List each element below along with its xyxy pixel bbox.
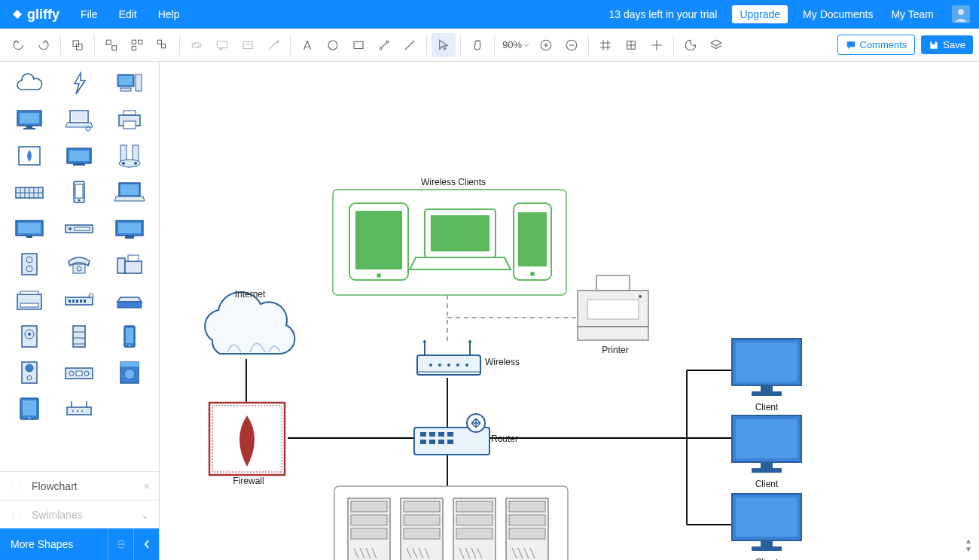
shape-lightning[interactable]	[59, 68, 99, 99]
shape-server-rack[interactable]	[59, 321, 99, 352]
svg-rect-7	[132, 46, 136, 50]
svg-rect-24	[20, 113, 39, 123]
chevron-left-icon[interactable]	[133, 528, 159, 560]
shape-rack-unit[interactable]	[59, 212, 99, 244]
rect-tool[interactable]	[346, 33, 371, 57]
my-documents-link[interactable]: My Documents	[794, 8, 882, 20]
popup-button[interactable]	[236, 33, 260, 57]
avatar[interactable]	[952, 5, 970, 23]
link-button[interactable]	[185, 33, 209, 57]
pan-tool[interactable]	[465, 33, 490, 57]
node-wireless-clients[interactable]	[333, 190, 566, 295]
shape-tv[interactable]	[59, 140, 99, 172]
zoom-level[interactable]: 90%	[499, 39, 532, 50]
diagram[interactable]	[160, 92, 973, 560]
svg-rect-181	[456, 528, 493, 539]
svg-rect-2	[77, 44, 83, 50]
layers-button[interactable]	[704, 33, 728, 57]
my-team-link[interactable]: My Team	[882, 8, 943, 20]
grid-button[interactable]	[593, 33, 618, 57]
shape-monitor[interactable]	[10, 104, 49, 135]
accordion-swimlanes[interactable]: ⋮⋮Swimlanes⌄	[0, 500, 159, 528]
scrollbar-corner[interactable]: ▲▼	[962, 534, 974, 555]
node-internet[interactable]	[205, 292, 294, 354]
node-client-1[interactable]	[732, 339, 801, 396]
svg-rect-11	[243, 41, 252, 48]
svg-rect-82	[117, 302, 142, 308]
shape-router[interactable]	[59, 393, 99, 425]
svg-point-142	[465, 364, 468, 367]
shape-desktop-pc[interactable]	[110, 68, 149, 99]
svg-rect-25	[26, 126, 32, 128]
svg-point-125	[377, 273, 381, 278]
shape-laptop-open[interactable]	[110, 176, 149, 208]
shape-copier[interactable]	[10, 285, 49, 316]
shape-phone[interactable]	[59, 176, 99, 208]
node-client-2[interactable]	[732, 415, 801, 473]
shape-keyboard[interactable]	[10, 176, 49, 208]
svg-point-109	[72, 410, 74, 412]
shape-switch[interactable]: +	[59, 285, 99, 316]
shape-printer[interactable]	[110, 104, 149, 135]
shape-cloud[interactable]	[10, 68, 49, 99]
shape-smartphone[interactable]	[110, 321, 149, 352]
snap-button[interactable]	[619, 33, 643, 57]
redo-button[interactable]	[32, 33, 56, 57]
shape-display[interactable]	[110, 212, 149, 244]
svg-point-111	[81, 410, 83, 412]
shape-fax[interactable]	[110, 248, 149, 280]
upgrade-button[interactable]: Upgrade	[732, 5, 788, 23]
shape-laptop[interactable]	[59, 104, 99, 135]
menu-help[interactable]: Help	[148, 0, 191, 29]
save-button[interactable]: Save	[921, 35, 973, 54]
copy-button[interactable]	[66, 33, 90, 57]
shapes-sidebar: + ⋮⋮Flowchart× ⋮⋮Swimlanes⌄ More Shapes	[0, 62, 160, 560]
node-printer[interactable]	[578, 275, 648, 340]
magic-button[interactable]	[261, 33, 285, 57]
line-tool[interactable]	[398, 33, 422, 57]
node-wireless-ap[interactable]	[417, 340, 480, 375]
comment-button[interactable]	[210, 33, 234, 57]
arrange-button[interactable]	[151, 33, 175, 57]
circle-tool[interactable]	[321, 33, 345, 57]
svg-rect-104	[23, 400, 36, 415]
menu-file[interactable]: File	[70, 0, 108, 29]
zoom-in-button[interactable]	[534, 33, 558, 57]
accordion-flowchart[interactable]: ⋮⋮Flowchart×	[0, 471, 159, 500]
shape-scanner[interactable]	[110, 285, 149, 316]
node-router[interactable]	[414, 414, 490, 455]
shape-gamepad[interactable]	[110, 140, 149, 172]
shape-receiver[interactable]	[59, 357, 99, 388]
svg-rect-50	[75, 184, 83, 198]
connector-tool[interactable]	[372, 33, 396, 57]
ungroup-button[interactable]	[125, 33, 149, 57]
comments-button[interactable]: Comments	[837, 35, 916, 55]
node-firewall[interactable]	[209, 403, 285, 475]
group-button[interactable]	[99, 33, 124, 57]
shape-subwoofer[interactable]	[10, 357, 49, 388]
shape-firewall[interactable]	[10, 140, 49, 172]
pointer-tool[interactable]	[432, 33, 456, 57]
node-servers[interactable]	[334, 486, 568, 560]
shape-widescreen[interactable]	[10, 212, 49, 244]
shape-telephone[interactable]	[59, 248, 99, 280]
svg-rect-53	[120, 184, 139, 195]
svg-rect-180	[456, 515, 493, 525]
shape-tablet[interactable]	[10, 393, 49, 425]
text-tool[interactable]	[295, 33, 319, 57]
shape-washer[interactable]	[110, 357, 149, 388]
svg-rect-62	[125, 236, 134, 239]
canvas[interactable]: Wireless Clients Internet Printer Wirele…	[160, 62, 979, 560]
svg-rect-10	[217, 41, 227, 47]
zoom-out-button[interactable]	[560, 33, 584, 57]
undo-button[interactable]	[6, 33, 30, 57]
guides-button[interactable]	[645, 33, 669, 57]
menu-edit[interactable]: Edit	[108, 0, 148, 29]
more-shapes-button[interactable]: More Shapes	[0, 528, 159, 560]
theme-button[interactable]	[679, 33, 703, 57]
shape-outlet[interactable]	[10, 248, 49, 280]
collapse-icon[interactable]	[108, 528, 133, 560]
shape-speaker-box[interactable]	[10, 321, 49, 352]
node-client-3[interactable]	[732, 494, 801, 551]
brand-logo[interactable]: gliffy	[0, 7, 70, 23]
